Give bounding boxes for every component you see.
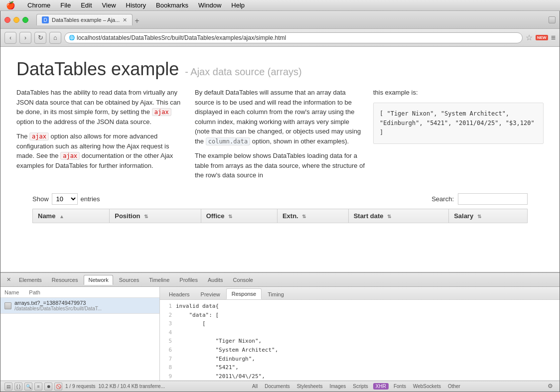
minimize-button[interactable] (13, 17, 19, 23)
panel-tab-headers[interactable]: Headers (164, 289, 195, 299)
search-label: Search: (431, 195, 454, 203)
desc-para-1: DataTables has the ability to read data … (16, 88, 187, 127)
mac-menubar: 🍎 Chrome File Edit View History Bookmark… (0, 0, 560, 11)
table-controls: Show 10 25 50 100 entries Search: (16, 193, 544, 209)
menu-help[interactable]: Help (229, 1, 247, 9)
devtools-dock-icon[interactable]: ▤ (4, 383, 12, 391)
filter-xhr[interactable]: XHR (373, 383, 389, 390)
title-bar: D DataTables example – Aja... ✕ + (0, 11, 560, 29)
filter-fonts[interactable]: Fonts (392, 383, 408, 390)
menu-bookmarks[interactable]: Bookmarks (154, 1, 190, 9)
devtools-tab-console[interactable]: Console (229, 275, 257, 284)
panel-tab-response[interactable]: Response (226, 288, 262, 299)
col-name[interactable]: Name ▲ (33, 209, 110, 223)
sort-arrow-salary: ⇅ (477, 214, 481, 219)
sort-arrow-name: ▲ (59, 214, 64, 219)
menu-file[interactable]: File (58, 1, 73, 9)
ajax-code-2: ajax (29, 132, 49, 140)
panel-tab-timing[interactable]: Timing (263, 289, 289, 299)
devtools-sidebar-header: Name Path (0, 287, 159, 298)
devtools-tab-resources[interactable]: Resources (48, 275, 82, 284)
devtools-tab-profiles[interactable]: Profiles (175, 275, 202, 284)
menu-window[interactable]: Window (196, 1, 223, 9)
devtools-tab-timeline[interactable]: Timeline (145, 275, 173, 284)
response-line: 9 "2011\/04\/25", (160, 372, 560, 381)
col-extn[interactable]: Extn. ⇅ (277, 209, 348, 223)
col-office[interactable]: Office ⇅ (201, 209, 277, 223)
response-line: 4 (160, 328, 560, 337)
col-salary[interactable]: Salary ⇅ (449, 209, 528, 223)
filter-images[interactable]: Images (327, 383, 348, 390)
json-example-box: [ "Tiger Nixon", "System Architect", "Ed… (373, 103, 544, 144)
devtools-main-panel: Headers Preview Response Timing 1invalid… (160, 287, 560, 381)
bottom-bar-left: ▤ { } 🔍 ≡ ⏺ 🚫 1 / 9 requests 10.2 KB / 1… (4, 383, 165, 391)
browser-window: D DataTables example – Aja... ✕ + ‹ › ↻ … (0, 11, 560, 392)
devtools-close-button[interactable]: ✕ (4, 275, 13, 284)
devtools-tab-audits[interactable]: Audits (204, 275, 227, 284)
window-controls (549, 16, 556, 23)
close-button[interactable] (4, 17, 10, 23)
filter-stylesheets[interactable]: Stylesheets (295, 383, 325, 390)
file-info: arrays.txt?_=1388749479973 /datatables/D… (14, 300, 102, 311)
maximize-button[interactable] (22, 17, 28, 23)
devtools-tab-network[interactable]: Network (84, 275, 113, 285)
browser-tab[interactable]: D DataTables example – Aja... ✕ (36, 14, 133, 25)
filter-scripts[interactable]: Scripts (351, 383, 370, 390)
devtools-file-item[interactable]: arrays.txt?_=1388749479973 /datatables/D… (0, 298, 159, 314)
devtools-settings-icon[interactable]: ⚙ (548, 383, 556, 391)
content-columns: DataTables has the ability to read data … (16, 88, 544, 185)
bottom-bar-icons: ▤ { } 🔍 ≡ ⏺ 🚫 (4, 383, 62, 391)
menu-chrome[interactable]: Chrome (25, 1, 52, 9)
new-tab-button[interactable]: + (135, 16, 139, 25)
filter-websockets[interactable]: WebSockets (411, 383, 443, 390)
refresh-button[interactable]: ↻ (34, 32, 46, 44)
entries-label: entries (81, 195, 100, 203)
search-input[interactable] (458, 193, 528, 205)
url-text: localhost/datatables/DataTablesSrc/built… (77, 34, 286, 41)
address-toolbar: ‹ › ↻ ⌂ 🌐 localhost/datatables/DataTable… (0, 29, 560, 47)
address-bar[interactable]: 🌐 localhost/datatables/DataTablesSrc/bui… (64, 32, 523, 43)
sidebar-col-name: Name (4, 289, 19, 295)
menu-history[interactable]: History (124, 1, 148, 9)
devtools-tab-elements[interactable]: Elements (15, 275, 46, 284)
sort-arrow-office: ⇅ (228, 214, 232, 219)
file-path: /datatables/DataTablesSrc/built/DataT... (14, 306, 102, 311)
filter-documents[interactable]: Documents (263, 383, 292, 390)
devtools-list-icon[interactable]: ≡ (34, 383, 42, 391)
bookmark-star-button[interactable]: ☆ (526, 33, 533, 42)
menu-view[interactable]: View (100, 1, 118, 9)
panel-tab-preview[interactable]: Preview (196, 289, 225, 299)
home-button[interactable]: ⌂ (49, 32, 61, 44)
browser-menu-button[interactable]: ≡ (551, 33, 556, 42)
page-content: DataTables example - Ajax data source (a… (0, 47, 560, 392)
forward-button[interactable]: › (19, 32, 31, 44)
page-title-text: DataTables example (16, 59, 179, 80)
response-line: 2 "data": [ (160, 311, 560, 320)
bottom-filter-tabs: All Documents Stylesheets Images Scripts… (250, 383, 462, 390)
devtools-tab-sources[interactable]: Sources (115, 275, 143, 284)
filter-all[interactable]: All (250, 383, 260, 390)
back-button[interactable]: ‹ (4, 32, 16, 44)
devtools-record-icon[interactable]: ⏺ (44, 383, 52, 391)
response-line: 7 "Edinburgh", (160, 355, 560, 364)
tab-close-button[interactable]: ✕ (123, 17, 127, 23)
col-position[interactable]: Position ⇅ (110, 209, 201, 223)
response-line: 5 "Tiger Nixon", (160, 337, 560, 346)
col-startdate[interactable]: Start date ⇅ (348, 209, 449, 223)
menu-edit[interactable]: Edit (79, 1, 94, 9)
tab-title: DataTables example – Aja... (52, 17, 120, 23)
apple-logo[interactable]: 🍎 (4, 1, 17, 10)
page-subtitle: - Ajax data source (arrays) (185, 66, 302, 78)
tab-bar: D DataTables example – Aja... ✕ + (36, 14, 545, 25)
window-control-btn[interactable] (549, 16, 556, 23)
filter-other[interactable]: Other (446, 383, 462, 390)
devtools-clear-icon[interactable]: 🚫 (54, 383, 62, 391)
new-badge: NEW (536, 35, 548, 40)
file-icon (4, 302, 11, 309)
devtools-sidebar: Name Path arrays.txt?_=1388749479973 /da… (0, 287, 160, 381)
desc-para-3: By default DataTables will assume that a… (195, 88, 365, 146)
ajax-code-1: ajax (152, 108, 171, 116)
entries-select[interactable]: 10 25 50 100 (52, 193, 78, 205)
devtools-inspect-icon[interactable]: { } (14, 383, 22, 391)
devtools-search-icon[interactable]: 🔍 (24, 383, 32, 391)
